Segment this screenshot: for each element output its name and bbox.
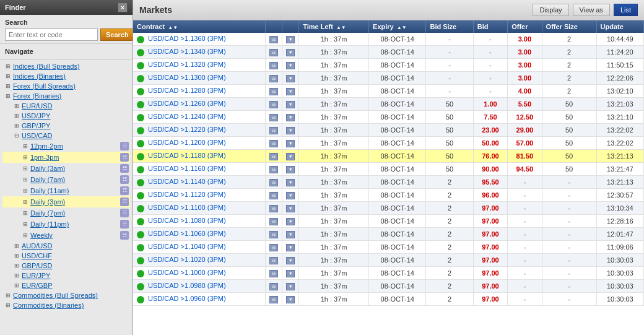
tree-item-gbp-usd[interactable]: ⊞GBP/USD <box>2 261 130 271</box>
table-row[interactable]: USD/CAD >1.1220 (3PM) ☷ ▼ 1h : 37m 08-OC… <box>133 124 644 137</box>
tree-item-aud-usd[interactable]: ⊞AUD/USD <box>2 241 130 251</box>
table-row[interactable]: USD/CAD >1.1320 (3PM) ☷ ▼ 1h : 37m 08-OC… <box>133 59 644 72</box>
tree-item-indices-bull[interactable]: ⊞Indices (Bull Spreads) <box>2 61 130 71</box>
dropdown-icon[interactable]: ▼ <box>286 140 295 147</box>
table-row[interactable]: USD/CAD >1.1100 (3PM) ☷ ▼ 1h : 37m 08-OC… <box>133 202 644 215</box>
chart-mini-icon[interactable]: ☷ <box>269 114 278 121</box>
view-as-button[interactable]: View as <box>573 4 610 16</box>
dropdown-icon[interactable]: ▼ <box>286 101 295 108</box>
chart-mini-icon[interactable]: ☷ <box>269 179 278 186</box>
tree-item-forex-bull[interactable]: ⊞Forex (Bull Spreads) <box>2 81 130 91</box>
dropdown-icon[interactable]: ▼ <box>286 36 295 43</box>
tree-item-1pm-3pm[interactable]: ⊞1pm-3pm☷ <box>2 152 130 163</box>
tree-item-usd-chf[interactable]: ⊞USD/CHF <box>2 251 130 261</box>
chart-mini-icon[interactable]: ☷ <box>269 101 278 108</box>
table-row[interactable]: USD/CAD >1.1160 (3PM) ☷ ▼ 1h : 37m 08-OC… <box>133 163 644 176</box>
table-row[interactable]: USD/CAD >1.1060 (3PM) ☷ ▼ 1h : 37m 08-OC… <box>133 228 644 241</box>
tree-item-usd-cad[interactable]: ⊟USD/CAD <box>2 131 130 141</box>
dropdown-icon[interactable]: ▼ <box>286 114 295 121</box>
search-input[interactable] <box>5 28 98 41</box>
dropdown-icon[interactable]: ▼ <box>286 296 295 303</box>
chart-mini-icon[interactable]: ☷ <box>269 75 278 82</box>
cell-update: 12:30:57 <box>596 189 643 202</box>
chart-mini-icon[interactable]: ☷ <box>269 127 278 134</box>
tree-item-daily-7pm[interactable]: ⊞Daily (7pm)☷ <box>2 207 130 219</box>
table-row[interactable]: USD/CAD >1.1340 (3PM) ☷ ▼ 1h : 37m 08-OC… <box>133 46 644 59</box>
dropdown-icon[interactable]: ▼ <box>286 270 295 277</box>
tree-item-indices-bin[interactable]: ⊞Indices (Binaries) <box>2 71 130 81</box>
table-row[interactable]: USD/CAD >1.1020 (3PM) ☷ ▼ 1h : 37m 08-OC… <box>133 254 644 267</box>
tree-item-daily-11pm[interactable]: ⊞Daily (11pm)☷ <box>2 219 130 230</box>
cell-bid: 96.00 <box>473 189 507 202</box>
dropdown-icon[interactable]: ▼ <box>286 192 295 199</box>
tree-item-usd-jpy[interactable]: ⊞USD/JPY <box>2 111 130 121</box>
tree-item-eur-jpy[interactable]: ⊞EUR/JPY <box>2 271 130 281</box>
chart-mini-icon[interactable]: ☷ <box>269 140 278 147</box>
table-row[interactable]: USD/CAD >1.1000 (3PM) ☷ ▼ 1h : 37m 08-OC… <box>133 267 644 280</box>
chart-mini-icon[interactable]: ☷ <box>269 283 278 290</box>
tree-item-weekly[interactable]: ⊞Weekly☷ <box>2 230 130 241</box>
dropdown-icon[interactable]: ▼ <box>286 244 295 251</box>
col-expiry[interactable]: Expiry ▲▼ <box>369 20 426 33</box>
tree-item-daily-3pm[interactable]: ⊞Daily (3pm)☷ <box>2 196 130 207</box>
tree-item-commodities-bin[interactable]: ⊞Commodities (Binaries) <box>2 300 130 310</box>
tree-item-12pm-2pm[interactable]: ⊞12pm-2pm☷ <box>2 141 130 152</box>
dropdown-icon[interactable]: ▼ <box>286 257 295 264</box>
dropdown-icon[interactable]: ▼ <box>286 218 295 225</box>
finder-close-button[interactable]: × <box>118 2 128 12</box>
tree-item-eur-gbp[interactable]: ⊞EUR/GBP <box>2 281 130 290</box>
table-row[interactable]: USD/CAD >1.1040 (3PM) ☷ ▼ 1h : 37m 08-OC… <box>133 241 644 254</box>
table-row[interactable]: USD/CAD >1.1200 (3PM) ☷ ▼ 1h : 37m 08-OC… <box>133 137 644 150</box>
table-row[interactable]: USD/CAD >1.0980 (3PM) ☷ ▼ 1h : 37m 08-OC… <box>133 280 644 293</box>
chart-mini-icon[interactable]: ☷ <box>269 296 278 303</box>
chart-mini-icon[interactable]: ☷ <box>269 88 278 95</box>
tree-item-daily-3am[interactable]: ⊞Daily (3am)☷ <box>2 163 130 174</box>
cell-expiry: 08-OCT-14 <box>369 98 426 111</box>
tree-item-daily-7am[interactable]: ⊞Daily (7am)☷ <box>2 174 130 185</box>
table-row[interactable]: USD/CAD >1.1080 (3PM) ☷ ▼ 1h : 37m 08-OC… <box>133 215 644 228</box>
chart-mini-icon[interactable]: ☷ <box>269 218 278 225</box>
table-row[interactable]: USD/CAD >1.1280 (3PM) ☷ ▼ 1h : 37m 08-OC… <box>133 85 644 98</box>
tree-item-forex-bin[interactable]: ⊞Forex (Binaries) <box>2 91 130 101</box>
chart-mini-icon[interactable]: ☷ <box>269 192 278 199</box>
col-time-left[interactable]: Time Left ▲▼ <box>299 20 369 33</box>
dropdown-icon[interactable]: ▼ <box>286 49 295 56</box>
search-button[interactable]: Search <box>100 28 133 41</box>
dropdown-icon[interactable]: ▼ <box>286 88 295 95</box>
dropdown-icon[interactable]: ▼ <box>286 179 295 186</box>
dropdown-icon[interactable]: ▼ <box>286 127 295 134</box>
chart-mini-icon[interactable]: ☷ <box>269 244 278 251</box>
table-row[interactable]: USD/CAD >1.1240 (3PM) ☷ ▼ 1h : 37m 08-OC… <box>133 111 644 124</box>
table-row[interactable]: USD/CAD >1.1260 (3PM) ☷ ▼ 1h : 37m 08-OC… <box>133 98 644 111</box>
dropdown-icon[interactable]: ▼ <box>286 283 295 290</box>
dropdown-icon[interactable]: ▼ <box>286 62 295 69</box>
col-contract[interactable]: Contract ▲▼ <box>133 20 266 33</box>
chart-mini-icon[interactable]: ☷ <box>269 231 278 238</box>
table-row[interactable]: USD/CAD >1.1120 (3PM) ☷ ▼ 1h : 37m 08-OC… <box>133 189 644 202</box>
tree-item-gbp-jpy[interactable]: ⊞GBP/JPY <box>2 121 130 131</box>
table-row[interactable]: USD/CAD >1.1140 (3PM) ☷ ▼ 1h : 37m 08-OC… <box>133 176 644 189</box>
dropdown-icon[interactable]: ▼ <box>286 166 295 173</box>
display-button[interactable]: Display <box>533 4 568 16</box>
table-row[interactable]: USD/CAD >1.1300 (3PM) ☷ ▼ 1h : 37m 08-OC… <box>133 72 644 85</box>
chart-mini-icon[interactable]: ☷ <box>269 205 278 212</box>
chart-mini-icon[interactable]: ☷ <box>269 49 278 56</box>
table-row[interactable]: USD/CAD >1.0960 (3PM) ☷ ▼ 1h : 37m 08-OC… <box>133 293 644 306</box>
table-row[interactable]: USD/CAD >1.1180 (3PM) ☷ ▼ 1h : 37m 08-OC… <box>133 150 644 163</box>
chart-mini-icon[interactable]: ☷ <box>269 166 278 173</box>
chart-mini-icon[interactable]: ☷ <box>269 270 278 277</box>
dropdown-icon[interactable]: ▼ <box>286 231 295 238</box>
list-button[interactable]: List <box>614 4 638 16</box>
chart-mini-icon[interactable]: ☷ <box>269 36 278 43</box>
table-row[interactable]: USD/CAD >1.1360 (3PM) ☷ ▼ 1h : 37m 08-OC… <box>133 33 644 46</box>
tree-item-commodities-bull[interactable]: ⊞Commodities (Bull Spreads) <box>2 290 130 300</box>
chart-mini-icon[interactable]: ☷ <box>269 62 278 69</box>
tree-item-eur-usd[interactable]: ⊞EUR/USD <box>2 101 130 111</box>
chart-mini-icon[interactable]: ☷ <box>269 153 278 160</box>
dropdown-icon[interactable]: ▼ <box>286 153 295 160</box>
dropdown-icon[interactable]: ▼ <box>286 75 295 82</box>
tree-item-daily-11am[interactable]: ⊞Daily (11am)☷ <box>2 185 130 196</box>
dropdown-icon[interactable]: ▼ <box>286 205 295 212</box>
cell-icon1: ☷ <box>266 202 282 215</box>
chart-mini-icon[interactable]: ☷ <box>269 257 278 264</box>
